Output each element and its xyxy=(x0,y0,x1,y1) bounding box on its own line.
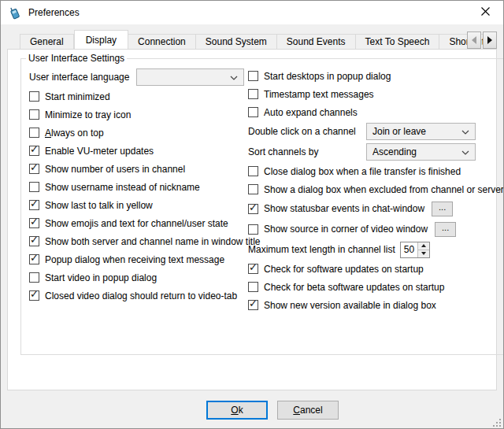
combo-selected-value: Join or leave xyxy=(372,126,461,137)
checkbox-label: Show source in corner of video window xyxy=(264,224,428,235)
checkbox-row: Minimize to tray icon xyxy=(29,105,248,124)
checkbox-label: Minimize to tray icon xyxy=(45,109,131,120)
checkbox-show-a-dialog-box-when-excluded-from-channel-or-[interactable] xyxy=(248,184,258,194)
checkbox-always-on-top[interactable] xyxy=(29,128,39,138)
chevron-down-icon xyxy=(461,126,469,137)
tab-connection[interactable]: Connection xyxy=(128,34,196,50)
user-interface-settings-group: User Interface Settings User interface l… xyxy=(20,53,504,355)
check-icon: ✓ xyxy=(30,289,39,299)
checkbox-auto-expand-channels[interactable] xyxy=(248,107,258,117)
checkbox-popup-dialog-when-receiving-text-message[interactable]: ✓ xyxy=(29,254,39,264)
resize-grip[interactable] xyxy=(493,418,501,426)
ellipsis-button-show-statusbar-events-in-chat-window[interactable]: ... xyxy=(432,202,453,216)
combo-row: Sort channels byAscending xyxy=(248,142,504,162)
tab-display[interactable]: Display xyxy=(74,30,128,50)
checkbox-show-last-to-talk-in-yellow[interactable]: ✓ xyxy=(29,200,39,210)
checkbox-label: Show new version available in dialog box xyxy=(264,300,436,311)
check-icon: ✓ xyxy=(249,262,258,272)
checkbox-minimize-to-tray-icon[interactable] xyxy=(29,109,39,120)
checkbox-row: ✓Show statusbar events in chat-window... xyxy=(248,198,504,219)
checkbox-row: ✓Popup dialog when receiving text messag… xyxy=(29,250,248,268)
checkbox-row: Auto expand channels xyxy=(248,103,504,121)
spin-up-button[interactable] xyxy=(418,242,429,250)
checkbox-label: Check for beta software updates on start… xyxy=(264,282,444,293)
ellipsis-button-show-source-in-corner-of-video-window[interactable]: ... xyxy=(435,222,456,237)
check-icon: ✓ xyxy=(30,162,39,172)
checkbox-label: Show emojis and text for channel/user st… xyxy=(45,218,228,229)
up-arrow-icon xyxy=(421,242,426,247)
checkbox-row: ✓Show number of users in channel xyxy=(29,160,248,178)
checkbox-show-both-server-and-channel-name-in-window-titl[interactable]: ✓ xyxy=(29,236,39,246)
title-bar: Preferences xyxy=(1,1,503,24)
tab-scroll-buttons xyxy=(467,31,497,49)
combo-label: Double click on a channel xyxy=(248,126,366,137)
spin-label: Maximum text length in channel list xyxy=(248,244,395,255)
check-icon: ✓ xyxy=(249,298,258,309)
checkbox-row: ✓Show both server and channel name in wi… xyxy=(29,232,248,250)
tab-text-to-speech[interactable]: Text To Speech xyxy=(356,34,440,50)
check-icon: ✓ xyxy=(30,144,39,154)
checkbox-enable-vu-meter-updates[interactable]: ✓ xyxy=(29,146,39,156)
checkbox-row: ✓Show last to talk in yellow xyxy=(29,196,248,214)
checkbox-row: Start video in popup dialog xyxy=(29,268,248,287)
settings-column-left: User interface languageStart minimizedMi… xyxy=(29,67,248,314)
spin-buttons xyxy=(417,242,429,257)
checkbox-row: ✓Show new version available in dialog bo… xyxy=(248,296,504,314)
checkbox-label: Start video in popup dialog xyxy=(45,272,157,283)
right-arrow-icon xyxy=(487,36,496,44)
checkbox-row: Check for beta software updates on start… xyxy=(248,278,504,296)
check-icon: ✓ xyxy=(30,253,39,263)
close-button[interactable] xyxy=(468,1,503,24)
double-click-action-select[interactable]: Join or leave xyxy=(366,123,476,140)
checkbox-row: Always on top xyxy=(29,124,248,142)
check-icon: ✓ xyxy=(30,216,39,227)
check-icon: ✓ xyxy=(30,198,39,209)
checkbox-show-new-version-available-in-dialog-box[interactable]: ✓ xyxy=(248,300,258,310)
checkbox-label: Closed video dialog should return to vid… xyxy=(45,290,237,301)
tab-sound-system[interactable]: Sound System xyxy=(196,34,277,50)
checkbox-show-username-instead-of-nickname[interactable] xyxy=(29,182,39,192)
tab-general[interactable]: General xyxy=(20,34,74,50)
checkbox-label: Close dialog box when a file transfer is… xyxy=(264,166,461,177)
spin-value: 50 xyxy=(401,242,417,257)
checkbox-label: Show last to talk in yellow xyxy=(45,200,153,211)
checkbox-show-emojis-and-text-for-channel-user-state[interactable]: ✓ xyxy=(29,218,39,228)
checkbox-check-for-beta-software-updates-on-startup[interactable] xyxy=(248,282,258,292)
window-title: Preferences xyxy=(28,7,80,18)
ok-button[interactable]: Ok xyxy=(206,401,268,420)
spin-row: Maximum text length in channel list50 xyxy=(248,239,504,260)
user-interface-language-select[interactable] xyxy=(136,68,244,86)
checkbox-row: ✓Check for software updates on startup xyxy=(248,260,504,278)
checkbox-start-minimized[interactable] xyxy=(29,91,39,102)
checkbox-label: Show a dialog box when excluded from cha… xyxy=(264,184,504,195)
checkbox-label: Enable VU-meter updates xyxy=(45,146,154,157)
tab-sound-events[interactable]: Sound Events xyxy=(277,34,356,50)
checkbox-label: Show statusbar events in chat-window xyxy=(264,203,424,214)
sort-channels-by-select[interactable]: Ascending xyxy=(366,143,476,161)
checkbox-label: Show username instead of nickname xyxy=(45,182,200,193)
combo-selected-value: Ascending xyxy=(372,146,461,157)
close-icon xyxy=(481,7,490,18)
tab-scroll-right-button[interactable] xyxy=(483,31,497,49)
tab-scroll-left-button[interactable] xyxy=(467,31,481,49)
maximum-text-length-in-channel-list-spinner[interactable]: 50 xyxy=(400,242,430,258)
left-arrow-icon xyxy=(468,36,476,44)
checkbox-timestamp-text-messages[interactable] xyxy=(248,89,258,99)
checkbox-row: ✓Closed video dialog should return to vi… xyxy=(29,287,248,305)
checkbox-show-number-of-users-in-channel[interactable]: ✓ xyxy=(29,164,39,174)
checkbox-show-source-in-corner-of-video-window[interactable] xyxy=(248,224,258,235)
check-icon: ✓ xyxy=(30,235,39,245)
checkbox-label: Show both server and channel name in win… xyxy=(45,236,261,247)
checkbox-close-dialog-box-when-a-file-transfer-is-finishe[interactable] xyxy=(248,166,258,176)
checkbox-label: Always on top xyxy=(45,128,104,139)
cancel-button[interactable]: Cancel xyxy=(277,401,339,420)
checkbox-row: Timestamp text messages xyxy=(248,85,504,103)
spin-down-button[interactable] xyxy=(418,250,429,257)
checkbox-row: Show username instead of nickname xyxy=(29,178,248,196)
checkbox-check-for-software-updates-on-startup[interactable]: ✓ xyxy=(248,264,258,274)
checkbox-start-video-in-popup-dialog[interactable] xyxy=(29,272,39,283)
checkbox-label: Show number of users in channel xyxy=(45,164,185,175)
checkbox-closed-video-dialog-should-return-to-video-tab[interactable]: ✓ xyxy=(29,290,39,301)
checkbox-show-statusbar-events-in-chat-window[interactable]: ✓ xyxy=(248,204,258,214)
checkbox-start-desktops-in-popup-dialog[interactable] xyxy=(248,71,258,81)
